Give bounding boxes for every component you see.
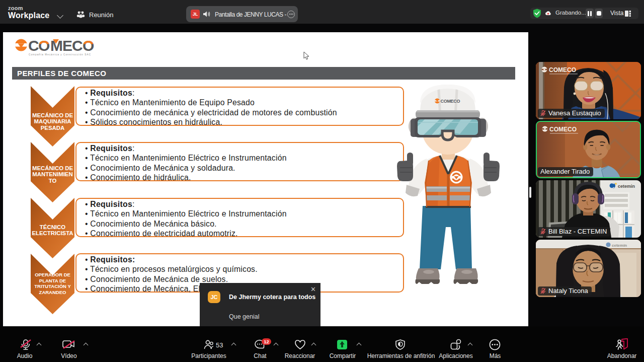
svg-text:Compañía Mecánica y Construcci: Compañía Mecánica y Construcción SAC	[29, 53, 91, 56]
svg-text:cetemin: cetemin	[618, 184, 635, 189]
svg-text:C: C	[72, 38, 83, 54]
svg-text:COMECO: COMECO	[549, 66, 576, 74]
svg-text:COMECO: COMECO	[441, 99, 460, 104]
svg-text:C: C	[28, 38, 39, 54]
svg-text:COMECO: COMECO	[549, 126, 577, 133]
svg-text:cetemin: cetemin	[612, 243, 627, 248]
svg-text:E: E	[62, 38, 72, 54]
